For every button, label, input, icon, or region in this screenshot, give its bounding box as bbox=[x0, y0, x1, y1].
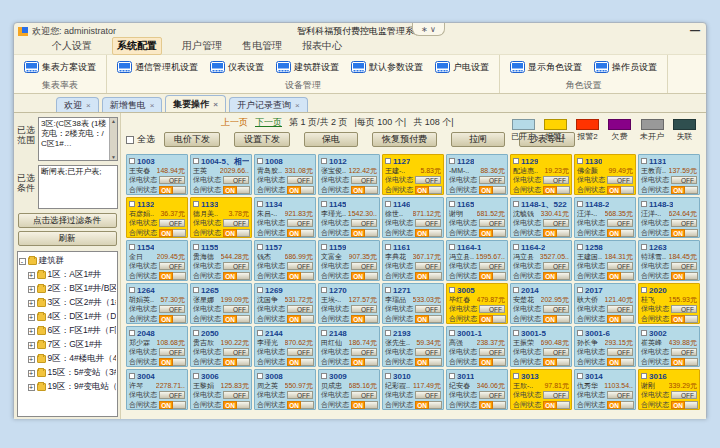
meter-card[interactable]: 1271李瑞品533.03元保电状态OFF合闸状态ON bbox=[382, 283, 444, 324]
toolbar-button[interactable]: 设置下发 bbox=[234, 132, 290, 147]
ribbon-item[interactable]: 操作员设置 bbox=[594, 61, 657, 74]
meter-card[interactable]: 1145李瑾光..1542.30..保电状态OFF合闸状态ON bbox=[318, 197, 380, 238]
meter-card[interactable]: 3014仇秀华1103.54..保电状态OFF合闸状态ON bbox=[574, 369, 636, 410]
meter-card[interactable]: 1133德月美..3.78元保电状态OFF合闸状态ON bbox=[190, 197, 252, 238]
collapse-expander-icon[interactable]: - bbox=[19, 258, 26, 265]
meter-card[interactable]: 1127王建-..5.83元保电状态OFF合闸状态ON bbox=[382, 154, 444, 195]
card-checkbox[interactable] bbox=[257, 330, 263, 336]
meter-card[interactable]: 3004许琴2278.71..保电状态OFF合闸状态ON bbox=[126, 369, 188, 410]
meter-card[interactable]: 2144李瑾光870.62元保电状态OFF合闸状态ON bbox=[254, 326, 316, 367]
meter-card[interactable]: 1134朱昌-..921.83元保电状态OFF合闸状态ON bbox=[254, 197, 316, 238]
meter-card[interactable]: 1148-3汪洋-..624.64元保电状态OFF合闸状态ON bbox=[638, 197, 700, 238]
card-checkbox[interactable] bbox=[385, 287, 391, 293]
expand-icon[interactable]: + bbox=[28, 272, 35, 279]
toolbar-button[interactable]: 恢复预付费 bbox=[372, 132, 437, 147]
select-all-checkbox[interactable] bbox=[126, 136, 134, 144]
select-all-control[interactable]: 全选 bbox=[126, 133, 155, 146]
meter-card[interactable]: 1164-2冯立县3527.05..保电状态OFF合闸状态ON bbox=[510, 240, 572, 281]
ribbon-item[interactable]: 仪表设置 bbox=[210, 61, 264, 74]
expand-icon[interactable]: + bbox=[28, 328, 35, 335]
ribbon-item[interactable]: 通信管理机设置 bbox=[117, 61, 198, 74]
card-checkbox[interactable] bbox=[513, 201, 519, 207]
scrollbar[interactable]: ▲▼ bbox=[109, 118, 117, 160]
card-checkbox[interactable] bbox=[513, 287, 519, 293]
card-checkbox[interactable] bbox=[449, 201, 455, 207]
meter-card[interactable]: 1012张宝俊..122.42元保电状态OFF合闸状态ON bbox=[318, 154, 380, 195]
filter-select-button[interactable]: 点击选择过滤条件 bbox=[18, 213, 117, 228]
ribbon-item[interactable]: 默认参数设置 bbox=[351, 61, 423, 74]
meter-card[interactable]: 1263特球雪..184.45元保电状态OFF合闸状态ON bbox=[638, 240, 700, 281]
tab-欢迎[interactable]: 欢迎× bbox=[56, 97, 99, 112]
meter-card[interactable]: 3001-5王振荣690.48元保电状态OFF合闸状态ON bbox=[510, 326, 572, 367]
tab-close-icon[interactable]: × bbox=[150, 101, 155, 110]
meter-card[interactable]: 1128-MM-..88.36元保电状态OFF合闸状态ON bbox=[446, 154, 508, 195]
card-checkbox[interactable] bbox=[449, 244, 455, 250]
meter-card[interactable]: 3001-6孙长争293.15元保电状态OFF合闸状态ON bbox=[574, 326, 636, 367]
card-checkbox[interactable] bbox=[193, 330, 199, 336]
card-checkbox[interactable] bbox=[641, 244, 647, 250]
card-checkbox[interactable] bbox=[257, 158, 263, 164]
meter-card[interactable]: 1165谢明681.52元保电状态OFF合闸状态ON bbox=[446, 197, 508, 238]
tab-开户记录查询[interactable]: 开户记录查询× bbox=[229, 97, 308, 112]
expand-icon[interactable]: + bbox=[28, 300, 35, 307]
tree-node[interactable]: +9区：4#楼电井（4#楼… bbox=[28, 352, 116, 366]
meter-card[interactable]: 2050贵吉欣190.22元保电状态OFF合闸状态ON bbox=[190, 326, 252, 367]
card-checkbox[interactable] bbox=[257, 201, 263, 207]
scroll-up-icon[interactable]: ▲ bbox=[111, 118, 116, 124]
meter-card[interactable]: 1131王教育..137.59元保电状态OFF合闸状态ON bbox=[638, 154, 700, 195]
meter-card[interactable]: 1161李典花367.17元保电状态OFF合闸状态ON bbox=[382, 240, 444, 281]
meter-card[interactable]: 1008青岛胶..331.08元保电状态OFF合闸状态ON bbox=[254, 154, 316, 195]
card-checkbox[interactable] bbox=[641, 373, 647, 379]
menu-item[interactable]: 售电管理 bbox=[242, 39, 282, 53]
meter-card[interactable]: 3011纪安春346.06元保电状态OFF合闸状态ON bbox=[446, 369, 508, 410]
refresh-button[interactable]: 刷新 bbox=[18, 231, 117, 246]
tab-close-icon[interactable]: × bbox=[86, 101, 91, 110]
ribbon-item[interactable]: 建筑群设置 bbox=[276, 61, 339, 74]
card-checkbox[interactable] bbox=[321, 330, 327, 336]
meter-card[interactable]: 2017耿大侨121.40元保电状态OFF合闸状态ON bbox=[574, 283, 636, 324]
card-checkbox[interactable] bbox=[577, 330, 583, 336]
card-checkbox[interactable] bbox=[321, 373, 327, 379]
meter-card[interactable]: 2193张先生..59.34元保电状态OFF合闸状态ON bbox=[382, 326, 444, 367]
meter-card[interactable]: 1270王埃-..127.57元保电状态OFF合闸状态ON bbox=[318, 283, 380, 324]
card-checkbox[interactable] bbox=[193, 201, 199, 207]
card-checkbox[interactable] bbox=[513, 373, 519, 379]
ribbon-item[interactable]: 显示角色设置 bbox=[510, 61, 582, 74]
card-checkbox[interactable] bbox=[385, 373, 391, 379]
card-checkbox[interactable] bbox=[449, 158, 455, 164]
meter-card[interactable]: 3008周之英550.97元保电状态OFF合闸状态ON bbox=[254, 369, 316, 410]
card-checkbox[interactable] bbox=[449, 287, 455, 293]
meter-card[interactable]: 3005毕红春479.87元保电状态OFF合闸状态ON bbox=[446, 283, 508, 324]
meter-card[interactable]: 2020桂飞155.93元保电状态OFF合闸状态ON bbox=[638, 283, 700, 324]
card-checkbox[interactable] bbox=[129, 287, 135, 293]
card-checkbox[interactable] bbox=[577, 287, 583, 293]
card-checkbox[interactable] bbox=[513, 330, 519, 336]
card-checkbox[interactable] bbox=[257, 373, 263, 379]
toolbar-button[interactable]: 保电 bbox=[304, 132, 358, 147]
card-checkbox[interactable] bbox=[641, 287, 647, 293]
menu-item[interactable]: 系统配置 bbox=[112, 37, 162, 55]
meter-card[interactable]: 1130佛金颜99.49元保电状态OFF合闸状态ON bbox=[574, 154, 636, 195]
meter-card[interactable]: 1265张星娜199.09元保电状态OFF合闸状态ON bbox=[190, 283, 252, 324]
card-checkbox[interactable] bbox=[641, 158, 647, 164]
meter-card[interactable]: 1155贵海德544.28元保电状态OFF合闸状态ON bbox=[190, 240, 252, 281]
ribbon-item[interactable]: 户电设置 bbox=[435, 61, 489, 74]
card-checkbox[interactable] bbox=[129, 244, 135, 250]
card-checkbox[interactable] bbox=[193, 373, 199, 379]
card-checkbox[interactable] bbox=[257, 287, 263, 293]
meter-card[interactable]: 1129配迪惠..19.23元保电状态OFF合闸状态ON bbox=[510, 154, 572, 195]
meter-card[interactable]: 3001-1高强238.37元保电状态OFF合闸状态ON bbox=[446, 326, 508, 367]
expand-icon[interactable]: + bbox=[28, 384, 35, 391]
next-page-link[interactable]: 下一页 bbox=[255, 116, 282, 129]
card-checkbox[interactable] bbox=[577, 244, 583, 250]
card-checkbox[interactable] bbox=[449, 330, 455, 336]
meter-card[interactable]: 1148-2汪洋-..568.35元保电状态OFF合闸状态ON bbox=[574, 197, 636, 238]
tab-集要操作[interactable]: 集要操作× bbox=[165, 95, 226, 112]
card-checkbox[interactable] bbox=[449, 373, 455, 379]
meter-card[interactable]: 1148-1、522沈毓钱330.41元保电状态OFF合闸状态ON bbox=[510, 197, 572, 238]
card-checkbox[interactable] bbox=[193, 244, 199, 250]
card-checkbox[interactable] bbox=[385, 158, 391, 164]
card-checkbox[interactable] bbox=[385, 330, 391, 336]
card-checkbox[interactable] bbox=[641, 330, 647, 336]
card-checkbox[interactable] bbox=[129, 201, 135, 207]
